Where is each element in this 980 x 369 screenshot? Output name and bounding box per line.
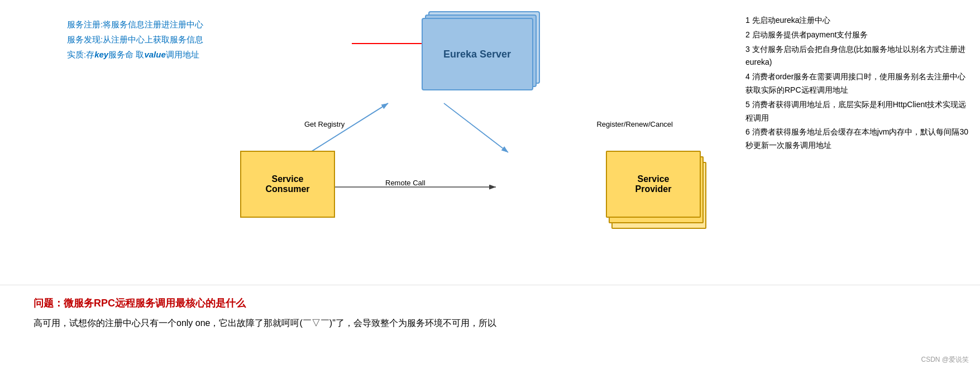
svg-line-7 (444, 103, 508, 152)
remote-call-label: Remote Call (385, 179, 426, 187)
register-renew-cancel-label: Register/Renew/Cancel (596, 120, 673, 128)
eureka-card-front: Eureka Server (422, 18, 533, 90)
diagram-area: Eureka Server Get Registry Register/Rene… (223, 11, 734, 274)
service-provider-container: ServiceProvider (606, 140, 718, 229)
right-text-item-6: 6 消费者获得服务地址后会缓存在本地jvm内存中，默认每间隔30秒更新一次服务调… (745, 126, 969, 152)
eureka-server-label: Eureka Server (443, 49, 511, 60)
main-container: 服务注册:将服务信息注册进注册中心 服务发现:从注册中心上获取服务信息 实质:存… (0, 0, 980, 369)
get-registry-label: Get Registry (304, 120, 345, 128)
top-section: 服务注册:将服务信息注册进注册中心 服务发现:从注册中心上获取服务信息 实质:存… (0, 6, 980, 279)
right-text-item-1: 1 先启动eureka注册中心 (745, 14, 969, 27)
annotation-line3-key: key (94, 50, 108, 59)
service-consumer-label: ServiceConsumer (265, 174, 309, 194)
right-text-item-3: 3 支付服务启动后会把自身信息(比如服务地址以别名方式注册进eureka) (745, 43, 969, 70)
bottom-section: 问题：微服务RPC远程服务调用最核心的是什么 高可用，试想你的注册中心只有一个o… (0, 285, 980, 336)
right-text-item-5: 5 消费者获得调用地址后，底层实际是利用HttpClient技术实现远程调用 (745, 98, 969, 125)
eureka-server: Eureka Server (420, 11, 538, 95)
svg-line-8 (444, 103, 508, 152)
left-annotation: 服务注册:将服务信息注册进注册中心 服务发现:从注册中心上获取服务信息 实质:存… (11, 11, 223, 274)
annotation-line-3: 实质:存key服务命 取value调用地址 (67, 47, 223, 62)
annotation-line3-value: value (144, 50, 165, 59)
service-provider-label: ServiceProvider (635, 174, 672, 194)
provider-card-front: ServiceProvider (606, 151, 701, 218)
right-text: 1 先启动eureka注册中心 2 启动服务提供者payment支付服务 3 支… (734, 11, 969, 274)
annotation-line-1: 服务注册:将服务信息注册进注册中心 (67, 17, 223, 32)
annotation-line3-middle: 服务命 取 (108, 50, 144, 59)
watermark: CSDN @爱说笑 (921, 355, 969, 365)
annotation-line-2: 服务发现:从注册中心上获取服务信息 (67, 32, 223, 47)
right-text-item-4: 4 消费者order服务在需要调用接口时，使用服务别名去注册中心获取实际的RPC… (745, 70, 969, 97)
question-body-text: 高可用，试想你的注册中心只有一个only one，它出故障了那就呵呵(￣▽￣)"… (34, 318, 496, 328)
annotation-line3-prefix: 实质:存 (67, 50, 94, 59)
right-text-item-2: 2 启动服务提供者payment支付服务 (745, 28, 969, 42)
question-body: 高可用，试想你的注册中心只有一个only one，它出故障了那就呵呵(￣▽￣)"… (34, 315, 946, 330)
annotation-line3-suffix: 调用地址 (166, 50, 199, 59)
service-consumer: ServiceConsumer (240, 151, 335, 218)
question-title: 问题：微服务RPC远程服务调用最核心的是什么 (34, 296, 946, 310)
